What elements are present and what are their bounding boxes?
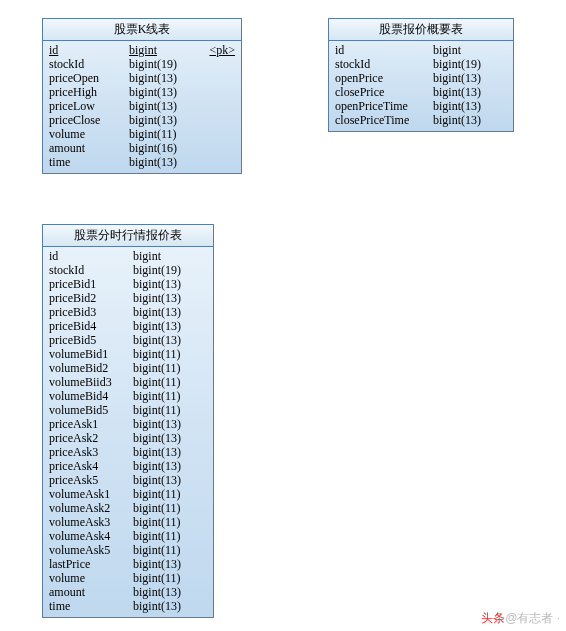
column-name: priceBid1 bbox=[49, 277, 133, 291]
column-name: volumeAsk3 bbox=[49, 515, 133, 529]
column-name: priceAsk2 bbox=[49, 431, 133, 445]
watermark-at: @ bbox=[505, 611, 517, 625]
column-type: bigint(13) bbox=[129, 113, 207, 127]
table-row: volumeAsk2bigint(11) bbox=[49, 501, 207, 515]
table-row: lastPricebigint(13) bbox=[49, 557, 207, 571]
column-type: bigint(11) bbox=[133, 529, 203, 543]
column-name: id bbox=[49, 249, 133, 263]
column-type: bigint(13) bbox=[133, 445, 203, 459]
column-name: openPriceTime bbox=[335, 99, 433, 113]
entity-table-kline: 股票K线表 id bigint <pk> stockIdbigint(19) p… bbox=[42, 18, 242, 174]
watermark: 头条@有志者 · bbox=[481, 610, 560, 627]
column-type: bigint(13) bbox=[433, 71, 503, 85]
column-name: volume bbox=[49, 571, 133, 585]
entity-columns: idbigint stockIdbigint(19) priceBid1bigi… bbox=[43, 247, 213, 617]
table-row: priceClosebigint(13) bbox=[49, 113, 235, 127]
table-row: volumeAsk3bigint(11) bbox=[49, 515, 207, 529]
column-name: priceAsk3 bbox=[49, 445, 133, 459]
column-type: bigint(11) bbox=[133, 571, 203, 585]
column-type: bigint(13) bbox=[433, 85, 503, 99]
table-row: amountbigint(16) bbox=[49, 141, 235, 155]
column-name: time bbox=[49, 155, 129, 169]
table-row: priceBid5bigint(13) bbox=[49, 333, 207, 347]
column-name: priceAsk5 bbox=[49, 473, 133, 487]
table-row: timebigint(13) bbox=[49, 599, 207, 613]
table-row: closePriceTimebigint(13) bbox=[335, 113, 507, 127]
watermark-suffix: · bbox=[553, 611, 560, 625]
column-type: bigint(13) bbox=[133, 277, 203, 291]
column-type: bigint bbox=[433, 43, 503, 57]
column-name: amount bbox=[49, 141, 129, 155]
column-name: priceBid5 bbox=[49, 333, 133, 347]
column-name: stockId bbox=[335, 57, 433, 71]
table-row: closePricebigint(13) bbox=[335, 85, 507, 99]
column-type: bigint(13) bbox=[129, 155, 207, 169]
column-name: time bbox=[49, 599, 133, 613]
column-name: stockId bbox=[49, 263, 133, 277]
table-row: volumeBid5bigint(11) bbox=[49, 403, 207, 417]
table-row: priceBid4bigint(13) bbox=[49, 319, 207, 333]
column-name: openPrice bbox=[335, 71, 433, 85]
table-row: volumeBid2bigint(11) bbox=[49, 361, 207, 375]
table-row: idbigint bbox=[49, 249, 207, 263]
table-row: priceAsk1bigint(13) bbox=[49, 417, 207, 431]
column-name: priceBid3 bbox=[49, 305, 133, 319]
column-name: volumeBid1 bbox=[49, 347, 133, 361]
column-type: bigint(13) bbox=[133, 599, 203, 613]
column-name: priceAsk1 bbox=[49, 417, 133, 431]
column-type: bigint(16) bbox=[129, 141, 207, 155]
table-row: volumeBid1bigint(11) bbox=[49, 347, 207, 361]
column-type: bigint bbox=[129, 43, 207, 57]
column-type: bigint(13) bbox=[433, 113, 503, 127]
column-name: priceHigh bbox=[49, 85, 129, 99]
column-type: bigint(11) bbox=[133, 487, 203, 501]
table-row: priceAsk2bigint(13) bbox=[49, 431, 207, 445]
entity-title: 股票K线表 bbox=[43, 19, 241, 41]
column-name: priceBid2 bbox=[49, 291, 133, 305]
table-row: openPricebigint(13) bbox=[335, 71, 507, 85]
column-name: lastPrice bbox=[49, 557, 133, 571]
table-row: priceLowbigint(13) bbox=[49, 99, 235, 113]
column-type: bigint(19) bbox=[133, 263, 203, 277]
table-row: priceAsk4bigint(13) bbox=[49, 459, 207, 473]
column-name: stockId bbox=[49, 57, 129, 71]
column-type: bigint(13) bbox=[133, 305, 203, 319]
column-type: bigint(13) bbox=[133, 431, 203, 445]
column-type: bigint(13) bbox=[133, 585, 203, 599]
table-row: volumeAsk1bigint(11) bbox=[49, 487, 207, 501]
column-type: bigint(11) bbox=[133, 501, 203, 515]
column-name: volumeBiid3 bbox=[49, 375, 133, 389]
table-row: amountbigint(13) bbox=[49, 585, 207, 599]
column-name: volumeBid4 bbox=[49, 389, 133, 403]
column-type: bigint(11) bbox=[133, 389, 203, 403]
column-name: volumeBid2 bbox=[49, 361, 133, 375]
column-name: volumeAsk2 bbox=[49, 501, 133, 515]
table-row: openPriceTimebigint(13) bbox=[335, 99, 507, 113]
table-row: stockIdbigint(19) bbox=[335, 57, 507, 71]
table-row: stockIdbigint(19) bbox=[49, 57, 235, 71]
table-row: priceOpenbigint(13) bbox=[49, 71, 235, 85]
column-type: bigint(19) bbox=[433, 57, 503, 71]
watermark-prefix: 头条 bbox=[481, 611, 505, 625]
table-row: volumeAsk5bigint(11) bbox=[49, 543, 207, 557]
table-row: timebigint(13) bbox=[49, 155, 235, 169]
entity-title: 股票报价概要表 bbox=[329, 19, 513, 41]
column-type: bigint(13) bbox=[133, 333, 203, 347]
column-name: amount bbox=[49, 585, 133, 599]
column-name: priceOpen bbox=[49, 71, 129, 85]
column-name: volume bbox=[49, 127, 129, 141]
column-type: bigint(11) bbox=[133, 375, 203, 389]
table-row: priceHighbigint(13) bbox=[49, 85, 235, 99]
table-row: volumeBiid3bigint(11) bbox=[49, 375, 207, 389]
table-row: priceBid3bigint(13) bbox=[49, 305, 207, 319]
column-name: id bbox=[49, 43, 129, 57]
table-row: priceBid1bigint(13) bbox=[49, 277, 207, 291]
column-type: bigint(13) bbox=[133, 319, 203, 333]
column-type: bigint(11) bbox=[133, 543, 203, 557]
column-type: bigint bbox=[133, 249, 203, 263]
column-name: closePrice bbox=[335, 85, 433, 99]
table-row: volumebigint(11) bbox=[49, 571, 207, 585]
entity-columns: idbigint stockIdbigint(19) openPricebigi… bbox=[329, 41, 513, 131]
column-type: bigint(19) bbox=[129, 57, 207, 71]
column-name: priceClose bbox=[49, 113, 129, 127]
